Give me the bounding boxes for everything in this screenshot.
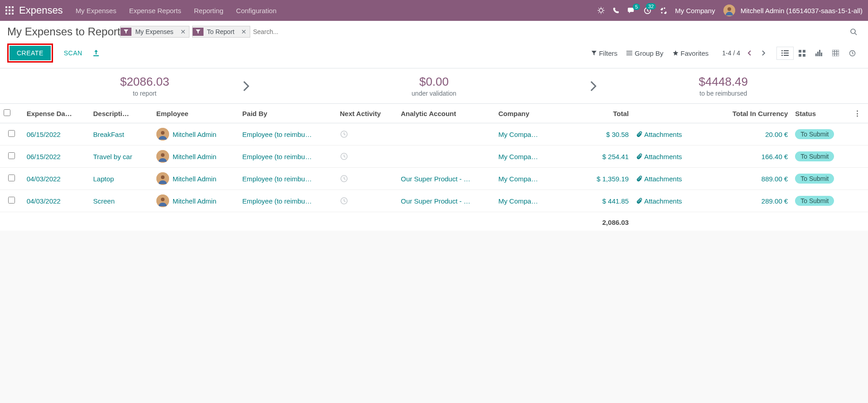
upload-icon[interactable] [89,46,103,60]
row-checkbox[interactable] [8,175,15,181]
facet-label: My Expenses [131,26,177,37]
tools-icon[interactable] [659,7,667,14]
facet-remove-button[interactable]: ✕ [238,26,250,37]
employee-avatar-icon [156,172,169,185]
user-menu[interactable]: Mitchell Admin (16514037-saas-15-1-all) [723,5,863,16]
summary-under-validation[interactable]: $0.00 under validation [289,75,578,97]
cell-employee: Mitchell Admin [153,146,239,168]
table-header-row: Expense Da… Descripti… Employee Paid By … [0,104,868,123]
svg-line-22 [855,33,857,35]
graph-view-button[interactable] [810,47,827,60]
filters-dropdown[interactable]: Filters [592,49,617,57]
svg-rect-34 [799,54,801,57]
cell-total: $ 254.41 [569,146,632,168]
pager-next-button[interactable] [759,48,767,58]
activity-view-button[interactable] [844,47,861,60]
cell-paid-by: Employee (to reimbu… [239,190,336,212]
pager-value[interactable]: 1-4 / 4 [722,49,740,57]
nav-reporting[interactable]: Reporting [194,7,223,15]
status-badge: To Submit [795,151,834,161]
svg-rect-26 [781,50,783,51]
cell-next-activity[interactable] [336,146,398,168]
col-status[interactable]: Status [791,104,850,123]
filter-facet-my-expenses: My Expenses ✕ [120,26,189,38]
activity-icon[interactable]: 32 [644,7,651,15]
cell-date: 04/03/2022 [23,168,90,190]
funnel-icon [193,28,204,36]
pager: 1-4 / 4 [722,48,767,58]
status-badge: To Submit [795,174,834,184]
row-checkbox[interactable] [8,130,15,137]
apps-icon[interactable] [5,6,14,15]
col-date[interactable]: Expense Da… [23,104,90,123]
pivot-view-button[interactable] [827,47,844,60]
messaging-icon[interactable]: 5 [628,7,635,14]
company-selector[interactable]: My Company [675,7,715,15]
kanban-view-button[interactable] [794,47,810,60]
search-icon[interactable] [846,28,861,35]
cell-company: My Compa… [495,190,569,212]
svg-line-17 [603,8,604,9]
cell-total-currency: 20.00 € [700,123,792,146]
svg-point-56 [161,198,165,201]
debug-icon[interactable] [597,7,605,14]
svg-rect-2 [12,6,14,8]
table-row[interactable]: 06/15/2022 Travel by car Mitchell Admin … [0,146,868,168]
nav-my-expenses[interactable]: My Expenses [76,7,116,15]
cell-attachments[interactable]: Attachments [632,123,700,146]
search-input[interactable] [250,25,844,38]
svg-rect-7 [9,13,10,15]
cell-attachments[interactable]: Attachments [632,168,700,190]
col-total-currency[interactable]: Total In Currency [700,104,792,123]
col-company[interactable]: Company [495,104,569,123]
create-button[interactable]: CREATE [10,46,51,60]
group-by-dropdown[interactable]: Group By [626,49,663,57]
phone-icon[interactable] [613,7,620,14]
nav-expense-reports[interactable]: Expense Reports [129,7,181,15]
col-next-activity[interactable]: Next Activity [336,104,398,123]
pager-prev-button[interactable] [746,48,754,58]
svg-point-20 [727,7,731,11]
cell-attachments[interactable]: Attachments [632,190,700,212]
cell-attachments[interactable]: Attachments [632,146,700,168]
col-analytic[interactable]: Analytic Account [397,104,495,123]
facet-remove-button[interactable]: ✕ [177,26,189,37]
grand-total: 2,086.03 [569,212,632,231]
svg-rect-38 [819,50,820,56]
list-view-button[interactable] [776,47,794,60]
cell-paid-by: Employee (to reimbu… [239,168,336,190]
svg-rect-29 [784,53,789,53]
create-highlight-box: CREATE [7,44,53,63]
cell-next-activity[interactable] [336,168,398,190]
row-checkbox[interactable] [8,197,15,204]
status-badge: To Submit [795,129,834,139]
scan-button[interactable]: SCAN [58,46,89,60]
col-total[interactable]: Total [569,104,632,123]
row-checkbox[interactable] [8,152,15,159]
col-paid-by[interactable]: Paid By [239,104,336,123]
app-brand[interactable]: Expenses [19,5,63,16]
cell-status: To Submit [791,190,850,212]
table-row[interactable]: 04/03/2022 Laptop Mitchell Admin Employe… [0,168,868,190]
column-options-button[interactable]: ⋮ [850,104,868,123]
select-all-checkbox[interactable] [4,109,10,116]
svg-rect-28 [781,53,783,53]
cell-next-activity[interactable] [336,190,398,212]
cell-total-currency: 289.00 € [700,190,792,212]
col-employee[interactable]: Employee [153,104,239,123]
cell-employee: Mitchell Admin [153,123,239,146]
table-row[interactable]: 04/03/2022 Screen Mitchell Admin Employe… [0,190,868,212]
nav-configuration[interactable]: Configuration [236,7,276,15]
summary-to-be-reimbursed[interactable]: $4448.49 to be reimbursed [579,75,868,97]
svg-rect-0 [5,6,7,8]
messaging-badge: 5 [633,4,640,10]
favorites-dropdown[interactable]: Favorites [673,49,709,57]
chevron-right-icon [243,81,249,92]
group-by-label: Group By [635,49,663,57]
col-description[interactable]: Descripti… [90,104,153,123]
cell-next-activity[interactable] [336,123,398,146]
table-row[interactable]: 06/15/2022 BreakFast Mitchell Admin Empl… [0,123,868,146]
svg-rect-4 [9,10,10,11]
navbar-right: 5 32 My Company Mitchell Admin (16514037… [597,5,863,16]
svg-rect-36 [815,53,817,56]
